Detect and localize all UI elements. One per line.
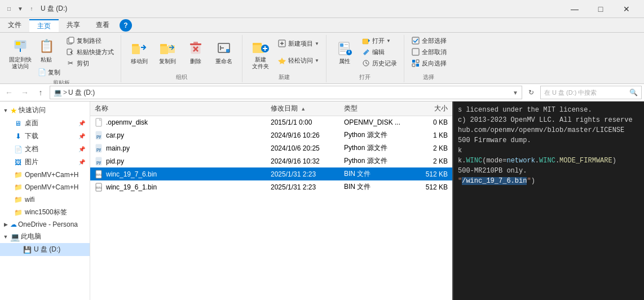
col-header-name[interactable]: 名称 bbox=[90, 103, 266, 114]
downloads-icon: ⬇ bbox=[14, 132, 23, 141]
breadcrumb-expand[interactable]: ▼ bbox=[513, 90, 518, 96]
terminal-line: "/winc_19_7_6.bin") bbox=[458, 176, 639, 186]
refresh-button[interactable]: ↻ bbox=[524, 86, 538, 99]
main-container: 文件 主页 共享 查看 ? bbox=[0, 18, 644, 300]
up-icon[interactable]: ↑ bbox=[27, 5, 36, 14]
svg-rect-34 bbox=[416, 60, 419, 63]
svg-rect-32 bbox=[412, 48, 419, 55]
help-button[interactable]: ? bbox=[120, 19, 132, 32]
quick-access-header[interactable]: ▼ ★ 快速访问 bbox=[0, 104, 90, 117]
openmv2-label: OpenMV+Cam+H bbox=[25, 183, 85, 191]
forward-button[interactable]: → bbox=[18, 86, 32, 99]
file-row[interactable]: BINwinc_19_7_6.bin2025/1/31 2:23BIN 文件51… bbox=[90, 167, 452, 180]
open-items: 属性 打开 ▼ bbox=[331, 35, 399, 72]
title-bar: □ ▼ ↑ U 盘 (D:) — □ ✕ bbox=[0, 0, 644, 18]
ribbon-group-new: 新建文件夹 新建项目 ▼ bbox=[242, 35, 327, 82]
onedrive-label: OneDrive - Persona bbox=[18, 220, 78, 228]
properties-button[interactable]: 属性 bbox=[331, 35, 358, 69]
quick-access-icon[interactable]: ▼ bbox=[16, 5, 25, 14]
file-type: Python 源文件 bbox=[339, 130, 407, 140]
sidebar-item-desktop[interactable]: 🖥 桌面 📌 bbox=[0, 117, 90, 130]
file-row[interactable]: pypid.py2024/9/16 10:32Python 源文件2 KB bbox=[90, 155, 452, 167]
paste-shortcut-button[interactable]: 粘贴快捷方式 bbox=[64, 46, 116, 58]
clipboard-right-col: 复制路径 粘贴快捷方式 ✂ 剪切 bbox=[64, 35, 116, 69]
file-row[interactable]: BINwinc_19_6_1.bin2025/1/31 2:23BIN 文件51… bbox=[90, 180, 452, 193]
delete-button[interactable]: 删除 bbox=[182, 35, 209, 69]
svg-rect-8 bbox=[132, 46, 140, 54]
file-date: 2024/9/16 10:32 bbox=[266, 157, 339, 165]
maximize-button[interactable]: □ bbox=[588, 0, 614, 18]
minimize-button[interactable]: — bbox=[562, 0, 588, 18]
sidebar-item-pictures[interactable]: 🖼 图片 📌 bbox=[0, 156, 90, 169]
sidebar-item-wifi[interactable]: 📁 wifi bbox=[0, 193, 90, 206]
ribbon-group-organize: 移动到 复制到 bbox=[121, 35, 242, 82]
downloads-label: 下载 bbox=[25, 131, 76, 141]
svg-rect-35 bbox=[412, 64, 415, 67]
address-breadcrumb[interactable]: 💻 > U 盘 (D:) ▼ bbox=[50, 86, 522, 99]
onedrive-header[interactable]: ▶ ☁ OneDrive - Persona bbox=[0, 219, 90, 230]
search-box[interactable]: 在 U 盘 (D:) 中搜索 🔍 bbox=[540, 86, 642, 99]
file-row[interactable]: .openmv_disk2015/1/1 0:00OPENMV_DISK ...… bbox=[90, 116, 452, 129]
move-icon bbox=[130, 39, 148, 57]
invert-select-button[interactable]: 反向选择 bbox=[409, 58, 449, 69]
onedrive-expand-icon: ▶ bbox=[2, 222, 9, 227]
udisk-label: U 盘 (D:) bbox=[34, 245, 85, 254]
file-type: Python 源文件 bbox=[339, 156, 407, 166]
title-bar-icons: □ ▼ ↑ bbox=[5, 5, 36, 14]
open-button[interactable]: 打开 ▼ bbox=[359, 35, 399, 46]
rename-button[interactable]: 重命名 bbox=[210, 35, 237, 69]
copy-icon: 📄 bbox=[37, 68, 46, 77]
edit-button[interactable]: 编辑 bbox=[359, 46, 399, 58]
easy-access-button[interactable]: 轻松访问 ▼ bbox=[275, 55, 321, 66]
copy-path-label: 复制路径 bbox=[77, 37, 102, 45]
tab-share[interactable]: 共享 bbox=[59, 18, 88, 32]
paste-button[interactable]: 📋 粘贴 bbox=[35, 35, 58, 65]
history-button[interactable]: 历史记录 bbox=[359, 58, 399, 69]
breadcrumb-root: 💻 bbox=[54, 89, 62, 96]
up-button[interactable]: ↑ bbox=[34, 86, 47, 99]
file-name: BINwinc_19_6_1.bin bbox=[90, 183, 266, 192]
copy-path-button[interactable]: 复制路径 bbox=[64, 35, 116, 46]
select-label: 选择 bbox=[423, 73, 434, 82]
copy-to-button[interactable]: 复制到 bbox=[154, 35, 181, 69]
sidebar-item-winc1500[interactable]: 📁 winc1500标签 bbox=[0, 206, 90, 219]
sidebar-item-openmv1[interactable]: 📁 OpenMV+Cam+H bbox=[0, 169, 90, 181]
move-to-button[interactable]: 移动到 bbox=[126, 35, 153, 69]
terminal-line: k.WINC(mode=network.WINC.MODE_FIRMWARE) bbox=[458, 156, 639, 166]
file-row[interactable]: pymain.py2024/10/6 20:25Python 源文件2 KB bbox=[90, 142, 452, 155]
desktop-icon: 🖥 bbox=[14, 119, 23, 128]
sidebar-item-openmv2[interactable]: 📁 OpenMV+Cam+H bbox=[0, 181, 90, 193]
winc1500-label: winc1500标签 bbox=[25, 208, 85, 217]
col-header-type[interactable]: 类型 bbox=[339, 103, 407, 114]
select-none-icon bbox=[411, 47, 420, 56]
svg-rect-2 bbox=[21, 42, 25, 43]
tab-view[interactable]: 查看 bbox=[88, 18, 117, 32]
file-size: 512 KB bbox=[407, 170, 452, 178]
this-pc-expand-icon: ▼ bbox=[2, 234, 9, 240]
sidebar-item-downloads[interactable]: ⬇ 下载 📌 bbox=[0, 130, 90, 143]
open-right-col: 打开 ▼ 编辑 历史记录 bbox=[359, 35, 399, 69]
select-none-button[interactable]: 全部取消 bbox=[409, 46, 449, 58]
tab-file[interactable]: 文件 bbox=[0, 18, 29, 32]
close-button[interactable]: ✕ bbox=[614, 0, 639, 18]
file-row[interactable]: pycar.py2024/9/16 10:26Python 源文件1 KB bbox=[90, 129, 452, 142]
pin-quick-access-button[interactable]: 固定到快速访问 bbox=[7, 35, 34, 72]
this-pc-header[interactable]: ▼ 💻 此电脑 bbox=[0, 230, 90, 243]
sidebar-item-udisk[interactable]: 💾 U 盘 (D:) bbox=[0, 243, 90, 256]
select-all-button[interactable]: 全部选择 bbox=[409, 35, 449, 46]
copy-button[interactable]: 📄 复制 bbox=[35, 67, 63, 78]
file-type: BIN 文件 bbox=[339, 169, 407, 179]
new-item-button[interactable]: 新建项目 ▼ bbox=[275, 38, 321, 49]
col-header-date[interactable]: 修改日期 ▲ bbox=[266, 103, 339, 114]
back-button[interactable]: ← bbox=[2, 86, 16, 99]
organize-label: 组织 bbox=[176, 73, 187, 82]
cut-button[interactable]: ✂ 剪切 bbox=[64, 58, 116, 69]
pin-indicator: 📌 bbox=[78, 120, 85, 126]
new-folder-button[interactable]: 新建文件夹 bbox=[247, 35, 274, 72]
col-header-size[interactable]: 大小 bbox=[407, 103, 452, 114]
select-none-label: 全部取消 bbox=[422, 48, 447, 56]
desktop-label: 桌面 bbox=[25, 118, 76, 128]
tab-home[interactable]: 主页 bbox=[29, 19, 59, 32]
sidebar-item-docs[interactable]: 📄 文档 📌 bbox=[0, 143, 90, 156]
docs-label: 文档 bbox=[25, 144, 76, 154]
